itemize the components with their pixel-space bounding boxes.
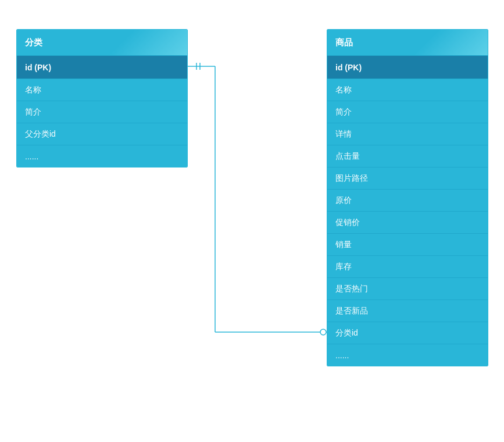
left-table-分类: 分类 id (PK) 名称 简介 父分类id ...... bbox=[16, 29, 188, 167]
right-table-row: 库存 bbox=[327, 255, 488, 277]
left-field-2: 简介 bbox=[25, 107, 41, 117]
right-table-pk-row: id (PK) bbox=[327, 55, 488, 79]
right-field-7: 促销价 bbox=[335, 218, 360, 228]
right-table-row: 原价 bbox=[327, 189, 488, 211]
left-table-pk-field: id (PK) bbox=[25, 63, 51, 72]
right-table-row: 详情 bbox=[327, 123, 488, 145]
right-table-pk-field: id (PK) bbox=[335, 63, 362, 72]
right-field-11: 是否新品 bbox=[335, 306, 368, 316]
right-table-row: 销量 bbox=[327, 233, 488, 255]
right-field-12: 分类id bbox=[335, 328, 358, 338]
diagram-container: 分类 id (PK) 名称 简介 父分类id ...... 商品 id (PK)… bbox=[0, 0, 504, 442]
right-table-row: 是否新品 bbox=[327, 300, 488, 322]
right-field-4: 点击量 bbox=[335, 151, 360, 162]
right-table-row: 名称 bbox=[327, 79, 488, 101]
left-table-row: 名称 bbox=[17, 79, 187, 101]
right-field-5: 图片路径 bbox=[335, 173, 368, 184]
left-table-pk-row: id (PK) bbox=[17, 55, 187, 79]
right-table-row: 分类id bbox=[327, 322, 488, 344]
right-field-10: 是否热门 bbox=[335, 284, 368, 294]
left-field-4: ...... bbox=[25, 152, 38, 161]
right-field-6: 原价 bbox=[335, 195, 352, 206]
right-field-9: 库存 bbox=[335, 262, 352, 272]
right-table-row: ...... bbox=[327, 344, 488, 366]
right-table-row: 图片路径 bbox=[327, 167, 488, 189]
right-field-13: ...... bbox=[335, 351, 349, 360]
right-table-row: 促销价 bbox=[327, 211, 488, 233]
right-table-row: 点击量 bbox=[327, 145, 488, 167]
right-table-row: 简介 bbox=[327, 101, 488, 123]
right-field-2: 简介 bbox=[335, 107, 352, 117]
right-table-header: 商品 bbox=[327, 30, 488, 55]
left-table-title: 分类 bbox=[25, 37, 42, 48]
left-table-header: 分类 bbox=[17, 30, 187, 55]
right-table-title: 商品 bbox=[335, 37, 353, 48]
left-field-1: 名称 bbox=[25, 85, 41, 95]
right-field-1: 名称 bbox=[335, 85, 352, 95]
right-table-商品: 商品 id (PK) 名称 简介 详情 点击量 图片路径 原价 促销价 销量 库 bbox=[327, 29, 488, 366]
svg-point-5 bbox=[320, 329, 326, 335]
left-table-row: 父分类id bbox=[17, 123, 187, 145]
right-field-3: 详情 bbox=[335, 129, 352, 140]
left-table-row: ...... bbox=[17, 145, 187, 167]
left-table-row: 简介 bbox=[17, 101, 187, 123]
right-table-row: 是否热门 bbox=[327, 277, 488, 300]
right-field-8: 销量 bbox=[335, 240, 352, 250]
left-field-3: 父分类id bbox=[25, 129, 56, 140]
